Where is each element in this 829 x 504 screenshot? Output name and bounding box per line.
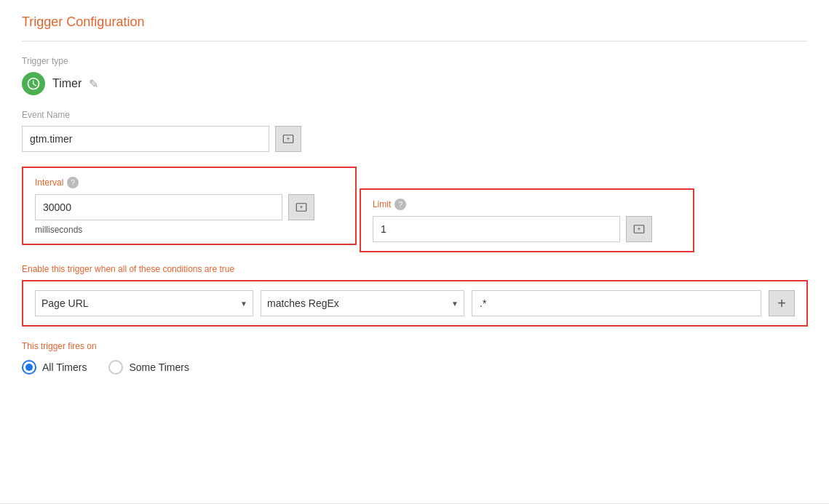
event-name-row: + bbox=[22, 126, 807, 152]
limit-input-row: + bbox=[373, 216, 681, 242]
interval-variable-btn[interactable]: + bbox=[288, 194, 314, 220]
trigger-type-label: Trigger type bbox=[22, 56, 807, 66]
interval-help-badge[interactable]: ? bbox=[67, 177, 79, 188]
limit-input[interactable] bbox=[373, 216, 620, 242]
trigger-type-name: Timer bbox=[52, 77, 82, 90]
some-timers-label: Some Timers bbox=[129, 361, 189, 373]
trigger-type-row: Timer ✎ bbox=[22, 72, 807, 95]
interval-section: Interval ? + milliseconds bbox=[22, 167, 357, 245]
conditions-section: Enable this trigger when all of these co… bbox=[22, 264, 807, 327]
event-name-input[interactable] bbox=[22, 126, 269, 152]
interval-label: Interval ? bbox=[35, 177, 344, 188]
conditions-row: Page URL Page Hostname Page Path Referre… bbox=[22, 280, 808, 327]
limit-label: Limit ? bbox=[373, 199, 681, 210]
event-name-variable-btn[interactable]: + bbox=[275, 126, 301, 152]
all-timers-radio-item[interactable]: All Timers bbox=[22, 360, 87, 375]
variable-icon: + bbox=[282, 132, 295, 145]
operator-select[interactable]: matches RegEx equals contains starts wit… bbox=[261, 290, 464, 316]
limit-variable-btn[interactable]: + bbox=[626, 216, 652, 242]
some-timers-radio-item[interactable]: Some Timers bbox=[108, 360, 189, 375]
add-condition-btn[interactable]: + bbox=[769, 290, 795, 316]
all-timers-radio-circle bbox=[22, 360, 36, 375]
interval-input[interactable] bbox=[35, 194, 282, 220]
fires-on-label: This trigger fires on bbox=[22, 341, 807, 351]
event-name-section: Event Name + bbox=[22, 110, 807, 152]
page-container: Trigger Configuration Trigger type Timer… bbox=[0, 0, 829, 504]
all-timers-radio-inner bbox=[25, 364, 33, 371]
svg-text:+: + bbox=[287, 136, 290, 143]
field-select[interactable]: Page URL Page Hostname Page Path Referre… bbox=[35, 290, 253, 316]
limit-section: Limit ? + bbox=[360, 188, 694, 252]
limit-label-text: Limit bbox=[373, 199, 391, 209]
svg-text:+: + bbox=[300, 204, 304, 211]
timer-icon bbox=[22, 72, 45, 95]
fires-on-section: This trigger fires on All Timers Some Ti… bbox=[22, 341, 807, 375]
interval-input-row: + bbox=[35, 194, 344, 220]
event-name-label: Event Name bbox=[22, 110, 807, 120]
clock-svg bbox=[26, 76, 41, 91]
condition-value-input[interactable] bbox=[472, 290, 761, 316]
interval-sublabel: milliseconds bbox=[35, 225, 344, 235]
page-title: Trigger Configuration bbox=[22, 15, 807, 41]
fires-on-radio-group: All Timers Some Timers bbox=[22, 360, 807, 375]
limit-variable-icon: + bbox=[632, 223, 646, 236]
operator-select-wrapper: matches RegEx equals contains starts wit… bbox=[261, 290, 464, 316]
limit-help-badge[interactable]: ? bbox=[394, 199, 406, 210]
some-timers-radio-circle bbox=[108, 360, 123, 375]
page-url-select-wrapper: Page URL Page Hostname Page Path Referre… bbox=[35, 290, 253, 316]
all-timers-label: All Timers bbox=[42, 361, 87, 373]
interval-label-text: Interval bbox=[35, 177, 63, 188]
edit-icon[interactable]: ✎ bbox=[89, 77, 98, 91]
interval-variable-icon: + bbox=[295, 201, 308, 214]
trigger-type-section: Trigger type Timer ✎ bbox=[22, 56, 807, 95]
svg-text:+: + bbox=[637, 226, 640, 233]
conditions-label: Enable this trigger when all of these co… bbox=[22, 264, 807, 274]
